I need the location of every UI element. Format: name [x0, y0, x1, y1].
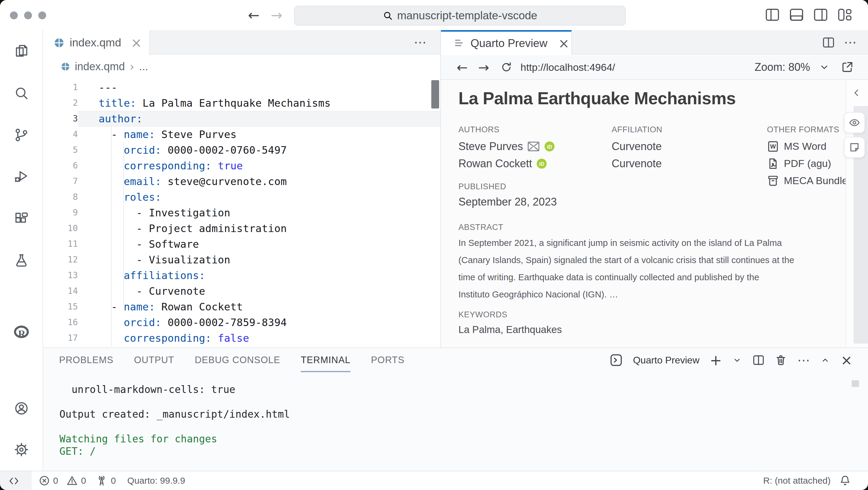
maximize-panel-chevron-up-icon[interactable] [820, 355, 830, 365]
preview-url[interactable]: http://localhost:4964/ [521, 62, 615, 73]
command-center-search[interactable]: manuscript-template-vscode [294, 6, 626, 26]
refresh-icon[interactable] [500, 61, 513, 73]
code-line[interactable]: 1--- [43, 79, 440, 95]
preview-note-button[interactable] [844, 137, 865, 158]
zoom-level[interactable]: Zoom: 80% [754, 61, 810, 73]
notifications-bell-icon[interactable] [839, 475, 851, 487]
abstract-line: (Canary Islands, Spain) signaled the sta… [459, 251, 794, 268]
code-line[interactable]: 17 corresponding: false [43, 330, 440, 346]
line-number: 16 [43, 315, 78, 330]
terminal-instance-label[interactable]: Quarto Preview [633, 355, 700, 366]
split-terminal-icon[interactable] [752, 355, 765, 365]
tab-close-icon[interactable]: × [558, 37, 569, 50]
terminal-dropdown-chevron-icon[interactable] [732, 355, 742, 365]
quarto-version-status[interactable]: Quarto: 99.9.9 [127, 476, 185, 486]
new-terminal-icon[interactable]: + [710, 352, 722, 368]
problems-status[interactable]: 0 0 0 Quarto: 99.9.9 [39, 471, 185, 490]
affiliation-label: AFFILIATION [612, 125, 662, 134]
preview-forward-icon[interactable]: → [478, 60, 489, 75]
preview-eye-button[interactable] [844, 112, 865, 133]
abstract-label: ABSTRACT [459, 223, 503, 232]
preview-back-icon[interactable]: ← [457, 60, 468, 75]
sidebar-item-source-control[interactable] [0, 119, 42, 152]
breadcrumb[interactable]: index.qmd › ... [43, 55, 440, 78]
formats-label: OTHER FORMATS [767, 125, 839, 134]
code-line[interactable]: 9 - Investigation [43, 205, 440, 221]
code-line[interactable]: 5 orcid: 0000-0002-0760-5497 [43, 142, 440, 158]
panel-tab-terminal[interactable]: TERMINAL [301, 348, 350, 372]
format-meca[interactable]: MECA Bundle [767, 172, 848, 189]
code-line[interactable]: 7 email: steve@curvenote.com [43, 173, 440, 189]
vscode-window: ← → manuscript-template-vscode [0, 0, 868, 490]
format-pdf[interactable]: PDF (agu) [767, 155, 848, 172]
r-language-icon: R [13, 325, 29, 339]
window-close-button[interactable] [10, 11, 18, 19]
tab-quarto-preview[interactable]: Quarto Preview × [441, 30, 572, 55]
panel-scrollbar-thumb[interactable] [852, 380, 859, 387]
code-text: title: La Palma Earthquake Mechanisms [78, 95, 440, 111]
code-line[interactable]: 4 - name: Steve Purves [43, 127, 440, 142]
terminal-line: Watching files for changes [59, 433, 290, 445]
panel-tab-problems[interactable]: PROBLEMS [59, 348, 114, 372]
remote-icon [8, 476, 19, 486]
kill-terminal-trash-icon[interactable] [775, 354, 787, 366]
customize-layout-icon[interactable] [838, 8, 852, 22]
sidebar-item-extensions[interactable] [0, 202, 42, 235]
preview-more-actions-icon[interactable]: ⋯ [844, 35, 857, 50]
window-zoom-button[interactable] [38, 11, 46, 19]
close-panel-icon[interactable]: × [841, 352, 852, 368]
code-line[interactable]: 10 - Project administration [43, 221, 440, 236]
breadcrumb-file[interactable]: index.qmd [75, 60, 125, 73]
panel-more-actions-icon[interactable]: ⋯ [797, 353, 810, 368]
code-line[interactable]: 14 - Curvenote [43, 283, 440, 299]
format-ms-word[interactable]: WMS Word [767, 138, 848, 155]
code-line[interactable]: 16 orcid: 0000-0002-7859-8394 [43, 315, 440, 330]
indent-guide [123, 142, 124, 305]
terminal-line: Output created: _manuscript/index.html [59, 408, 290, 420]
code-line[interactable]: 3author: [43, 111, 440, 127]
code-editor[interactable]: 1---2title: La Palma Earthquake Mechanis… [43, 78, 440, 348]
affiliations-list: CurvenoteCurvenote [612, 138, 662, 172]
sidebar-item-explorer[interactable] [0, 35, 42, 68]
toggle-secondary-sidebar-icon[interactable] [814, 8, 828, 22]
editor-more-actions-icon[interactable]: ⋯ [414, 35, 427, 50]
toggle-primary-sidebar-icon[interactable] [766, 8, 779, 22]
account-button[interactable] [0, 392, 42, 425]
panel-tab-debug-console[interactable]: DEBUG CONSOLE [195, 348, 280, 372]
code-line[interactable]: 11 - Software [43, 236, 440, 252]
sidebar-item-run-and-debug[interactable] [0, 160, 42, 193]
split-editor-icon[interactable] [822, 37, 835, 48]
toggle-panel-icon[interactable] [789, 8, 803, 22]
remote-indicator[interactable] [0, 471, 32, 490]
chevron-down-icon[interactable] [818, 62, 830, 73]
history-back-button[interactable]: ← [248, 0, 260, 30]
window-minimize-button[interactable] [24, 11, 32, 19]
svg-text:R: R [18, 328, 25, 339]
terminal-output[interactable]: unroll-markdown-cells: trueOutput create… [59, 383, 290, 457]
sidebar-item-search[interactable] [0, 76, 42, 110]
sidebar-item-r-language[interactable]: R [0, 316, 42, 349]
panel-tabs: PROBLEMSOUTPUTDEBUG CONSOLETERMINALPORTS [59, 348, 425, 372]
code-line[interactable]: 2title: La Palma Earthquake Mechanisms [43, 95, 440, 111]
r-session-status[interactable]: R: (not attached) [763, 476, 831, 486]
code-line[interactable]: 13 affiliations: [43, 268, 440, 283]
breadcrumb-more[interactable]: ... [139, 60, 148, 73]
terminal-icon [610, 353, 623, 367]
tab-close-icon[interactable]: × [131, 36, 142, 50]
code-line[interactable]: 8 roles: [43, 189, 440, 205]
line-number: 12 [43, 252, 78, 268]
svg-text:iD: iD [539, 161, 544, 167]
code-line[interactable]: 15 - name: Rowan Cockett [43, 299, 440, 315]
editor-scrollbar-thumb[interactable] [431, 80, 439, 108]
panel-tab-ports[interactable]: PORTS [371, 348, 404, 372]
history-forward-button[interactable]: → [271, 0, 283, 30]
collapse-toc-chevron-left-icon[interactable] [850, 87, 863, 99]
sidebar-item-testing[interactable] [0, 244, 42, 277]
code-lines: 1---2title: La Palma Earthquake Mechanis… [43, 79, 440, 346]
panel-tab-output[interactable]: OUTPUT [134, 348, 174, 372]
tab-index-qmd[interactable]: index.qmd × [43, 30, 150, 55]
code-line[interactable]: 12 - Visualization [43, 252, 440, 268]
open-external-icon[interactable] [841, 61, 854, 73]
settings-button[interactable] [0, 433, 42, 466]
code-line[interactable]: 6 corresponding: true [43, 158, 440, 173]
